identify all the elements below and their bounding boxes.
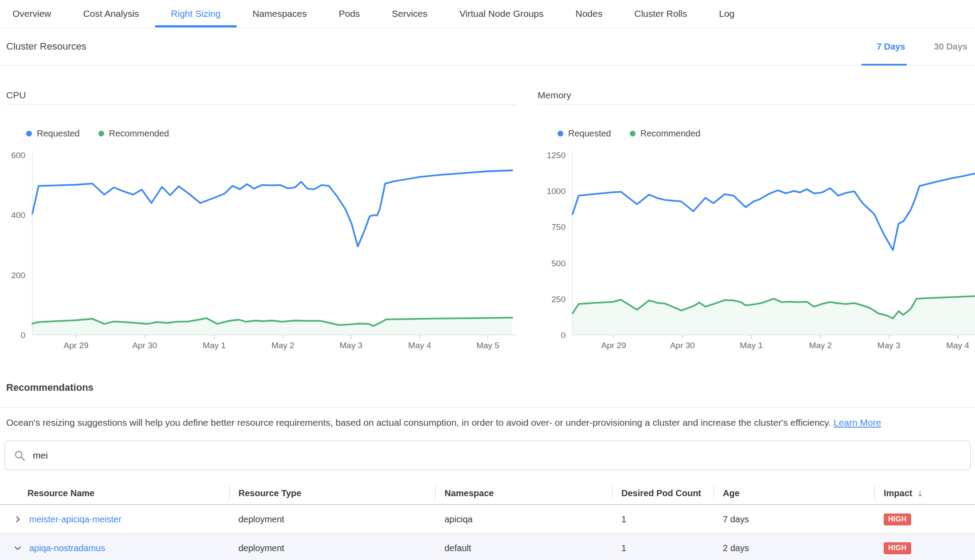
desired-pod-count-cell: 1 [612,543,714,553]
memory-chart-title: Memory [538,90,975,105]
impact-badge: HIGH [884,513,911,525]
svg-text:Apr 30: Apr 30 [670,341,695,350]
column-header-impact-label: Impact [884,488,912,498]
time-range-tabs: 7 Days 30 Days [877,28,967,65]
tab-namespaces[interactable]: Namespaces [237,0,323,27]
collapse-chevron-icon[interactable] [13,544,22,552]
learn-more-link[interactable]: Learn More [834,417,881,428]
search-icon [14,450,26,462]
svg-text:0: 0 [20,331,25,340]
recommendations-description: Ocean's resizing suggestions will help y… [6,416,969,429]
desired-pod-count-cell: 1 [612,514,714,525]
resource-search[interactable] [4,441,971,470]
legend-item-recommended[interactable]: Recommended [630,128,701,139]
column-header-resource-type[interactable]: Resource Type [229,482,435,504]
column-header-resource-name[interactable]: Resource Name [0,482,229,504]
tab-pods[interactable]: Pods [323,0,376,27]
svg-text:250: 250 [551,295,566,304]
svg-text:Apr 29: Apr 29 [601,341,626,350]
cluster-resources-header: Cluster Resources 7 Days 30 Days [0,28,975,66]
age-cell: 7 days [714,514,874,525]
svg-text:0: 0 [561,331,566,340]
resource-type-cell: deployment [229,543,435,553]
tab-cost-analysis[interactable]: Cost Analysis [67,0,155,27]
svg-text:Apr 30: Apr 30 [132,341,157,350]
svg-text:May 4: May 4 [946,341,969,350]
page-title: Cluster Resources [6,41,86,52]
svg-text:Apr 29: Apr 29 [64,341,89,350]
cpu-chart-title: CPU [6,90,516,105]
resource-type-cell: deployment [229,514,435,525]
resource-name-link[interactable]: meister-apiciqa-meister [29,514,121,525]
memory-line-chart: 025050075010001250Apr 29Apr 30May 1May 2… [538,148,975,354]
svg-text:May 3: May 3 [339,341,363,350]
namespace-cell: apiciqa [435,514,612,525]
svg-text:May 3: May 3 [878,341,901,350]
svg-text:May 4: May 4 [408,341,431,350]
cpu-chart-legend: Requested Recommended [6,128,516,139]
legend-item-requested[interactable]: Requested [26,128,80,139]
top-tab-bar: Overview Cost Analysis Right Sizing Name… [0,0,975,28]
svg-text:1250: 1250 [547,151,566,160]
svg-text:500: 500 [551,259,566,268]
legend-label-requested: Requested [568,128,611,139]
impact-badge: HIGH [884,542,911,554]
tab-log[interactable]: Log [703,0,750,27]
svg-text:1000: 1000 [547,187,566,196]
svg-text:200: 200 [11,271,25,280]
svg-text:May 2: May 2 [271,341,294,350]
namespace-cell: default [435,543,612,553]
memory-chart-legend: Requested Recommended [538,128,975,139]
tab-nodes[interactable]: Nodes [560,0,619,27]
table-header-row: Resource Name Resource Type Namespace De… [0,482,975,505]
resource-name-link[interactable]: apiqa-nostradamus [29,543,105,553]
table-row: meister-apiciqa-meister deployment apici… [0,505,975,533]
svg-text:400: 400 [11,210,25,220]
svg-text:May 5: May 5 [476,341,499,350]
cpu-line-chart: 0200400600Apr 29Apr 30May 1May 2May 3May… [6,148,516,354]
tab-services[interactable]: Services [376,0,444,27]
legend-label-requested: Requested [37,128,80,139]
svg-text:750: 750 [551,222,566,232]
recommendations-table: Resource Name Resource Type Namespace De… [0,482,975,560]
column-header-age[interactable]: Age [714,482,874,504]
memory-chart-panel: Memory Requested Recommended 02505007501… [538,90,975,354]
legend-label-recommended: Recommended [640,128,701,139]
tab-virtual-node-groups[interactable]: Virtual Node Groups [444,0,560,27]
svg-text:600: 600 [11,151,25,160]
range-tab-7-days[interactable]: 7 Days [877,28,905,65]
column-header-impact[interactable]: Impact ↓ [874,482,975,504]
legend-item-requested[interactable]: Requested [558,128,611,139]
column-header-namespace[interactable]: Namespace [435,482,612,504]
range-tab-30-days[interactable]: 30 Days [934,28,967,65]
svg-text:May 1: May 1 [203,341,226,350]
charts-section: CPU Requested Recommended 0200400600Apr … [0,66,975,354]
column-header-desired-pod-count[interactable]: Desired Pod Count [612,482,714,504]
recommendations-divider [0,407,975,408]
legend-label-recommended: Recommended [109,128,169,139]
requested-legend-dot-icon [26,131,32,136]
requested-legend-dot-icon [558,131,563,136]
tab-overview[interactable]: Overview [0,0,67,27]
svg-text:May 2: May 2 [809,341,832,350]
search-input[interactable] [33,450,961,461]
expand-chevron-icon[interactable] [13,515,22,524]
tab-right-sizing[interactable]: Right Sizing [155,0,237,27]
age-cell: 2 days [714,543,874,553]
recommended-legend-dot-icon [630,131,636,136]
tab-cluster-rolls[interactable]: Cluster Rolls [618,0,703,27]
svg-text:May 1: May 1 [740,341,763,350]
cpu-chart-panel: CPU Requested Recommended 0200400600Apr … [6,90,516,354]
recommended-legend-dot-icon [98,131,104,136]
recommendations-description-text: Ocean's resizing suggestions will help y… [6,417,831,428]
table-row: apiqa-nostradamus deployment default 1 2… [0,533,975,560]
sort-descending-icon[interactable]: ↓ [917,488,922,498]
legend-item-recommended[interactable]: Recommended [98,128,169,139]
recommendations-title: Recommendations [6,382,969,393]
